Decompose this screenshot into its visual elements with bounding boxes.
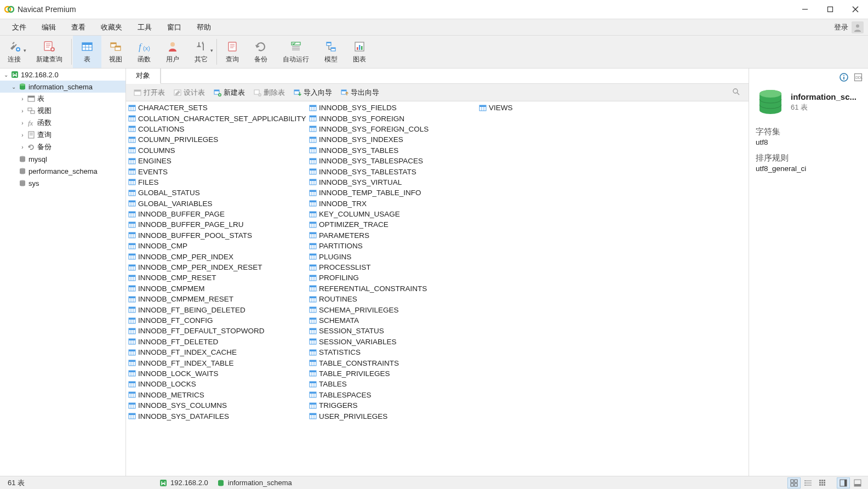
table-item[interactable]: INNODB_TRX — [309, 198, 479, 209]
menu-help[interactable]: 帮助 — [189, 22, 219, 32]
table-item[interactable]: INNODB_SYS_INDEXES — [309, 134, 479, 145]
table-item[interactable]: INNODB_FT_BEING_DELETED — [128, 304, 309, 315]
tree-database-information-schema[interactable]: ⌄ information_schema — [0, 81, 125, 93]
table-item[interactable]: TABLE_CONSTRAINTS — [309, 357, 479, 368]
table-item[interactable]: SCHEMA_PRIVILEGES — [309, 304, 479, 315]
table-item[interactable]: INNODB_TEMP_TABLE_INFO — [309, 187, 479, 198]
table-item[interactable]: PLUGINS — [309, 251, 479, 261]
show-right-panel-button[interactable] — [837, 477, 850, 488]
minimize-button[interactable] — [792, 0, 818, 19]
table-item[interactable]: PROFILING — [309, 272, 479, 283]
connection-tree[interactable]: ⌄ 192.168.2.0 ⌄ information_schema › 表 ›… — [0, 69, 126, 476]
info-button[interactable] — [840, 73, 848, 82]
tree-backups[interactable]: › 备份 — [0, 141, 125, 153]
show-bottom-panel-button[interactable] — [851, 477, 864, 488]
table-item[interactable]: COLUMNS — [128, 145, 309, 156]
table-item[interactable]: GLOBAL_STATUS — [128, 187, 309, 198]
table-item[interactable]: TABLE_PRIVILEGES — [309, 368, 479, 379]
menu-tools[interactable]: 工具 — [130, 22, 159, 32]
tree-functions[interactable]: › fx 函数 — [0, 117, 125, 129]
table-item[interactable]: INNODB_SYS_DATAFILES — [128, 411, 309, 421]
open-table-button[interactable]: 打开表 — [129, 88, 169, 98]
table-item[interactable]: INNODB_SYS_COLUMNS — [128, 400, 309, 411]
table-item[interactable]: INNODB_SYS_FOREIGN_COLS — [309, 124, 479, 134]
chevron-right-icon[interactable]: › — [19, 120, 26, 126]
toolbar-user-button[interactable]: 用户 — [158, 36, 187, 68]
table-list[interactable]: CHARACTER_SETSCOLLATION_CHARACTER_SET_AP… — [126, 101, 749, 476]
table-item[interactable]: INNODB_FT_DEFAULT_STOPWORD — [128, 326, 309, 336]
design-table-button[interactable]: 设计表 — [169, 88, 209, 98]
table-item[interactable]: KEY_COLUMN_USAGE — [309, 209, 479, 219]
table-item[interactable]: INNODB_FT_DELETED — [128, 337, 309, 347]
table-item[interactable]: SESSION_STATUS — [309, 326, 479, 336]
tree-connection[interactable]: ⌄ 192.168.2.0 — [0, 69, 125, 81]
table-item[interactable]: PROCESSLIST — [309, 262, 479, 272]
menu-file[interactable]: 文件 — [4, 22, 34, 32]
table-item[interactable]: INNODB_FT_CONFIG — [128, 315, 309, 326]
table-item[interactable]: INNODB_LOCK_WAITS — [128, 368, 309, 379]
table-item[interactable]: INNODB_SYS_TABLESPACES — [309, 156, 479, 166]
delete-table-button[interactable]: 删除表 — [249, 88, 289, 98]
avatar-icon[interactable] — [852, 21, 864, 33]
chevron-right-icon[interactable]: › — [19, 132, 26, 138]
table-item[interactable]: COLUMN_PRIVILEGES — [128, 134, 309, 145]
chevron-down-icon[interactable]: ⌄ — [2, 72, 10, 78]
close-button[interactable] — [843, 0, 868, 19]
tree-database-performance-schema[interactable]: performance_schema — [0, 165, 125, 177]
chevron-right-icon[interactable]: › — [19, 96, 26, 102]
new-table-button[interactable]: 新建表 — [209, 88, 249, 98]
table-item[interactable]: INNODB_FT_INDEX_TABLE — [128, 357, 309, 368]
table-item[interactable]: FILES — [128, 177, 309, 187]
toolbar-table-button[interactable]: 表 — [73, 36, 101, 68]
table-item[interactable]: OPTIMIZER_TRACE — [309, 219, 479, 230]
login-link[interactable]: 登录 — [834, 22, 848, 32]
table-item[interactable]: REFERENTIAL_CONSTRAINTS — [309, 283, 479, 294]
menu-view[interactable]: 查看 — [64, 22, 93, 32]
table-item[interactable]: PARAMETERS — [309, 230, 479, 241]
table-item[interactable]: TRIGGERS — [309, 400, 479, 411]
toolbar-chart-button[interactable]: 图表 — [345, 36, 374, 68]
search-button[interactable] — [727, 88, 745, 97]
table-item[interactable]: USER_PRIVILEGES — [309, 411, 479, 421]
menu-edit[interactable]: 编辑 — [34, 22, 64, 32]
tab-objects[interactable]: 对象 — [126, 69, 161, 84]
table-item[interactable]: TABLESPACES — [309, 390, 479, 400]
chevron-right-icon[interactable]: › — [19, 108, 26, 114]
table-item[interactable]: INNODB_CMP_RESET — [128, 272, 309, 283]
table-item[interactable]: INNODB_CMP_PER_INDEX — [128, 251, 309, 261]
tree-database-sys[interactable]: sys — [0, 177, 125, 189]
toolbar-autorun-button[interactable]: 自动运行 — [275, 36, 317, 68]
table-item[interactable]: PARTITIONS — [309, 241, 479, 251]
table-item[interactable]: INNODB_SYS_TABLESTATS — [309, 166, 479, 177]
table-item[interactable]: EVENTS — [128, 166, 309, 177]
table-item[interactable]: SCHEMATA — [309, 315, 479, 326]
chevron-right-icon[interactable]: › — [19, 144, 26, 150]
table-item[interactable]: VIEWS — [479, 103, 616, 113]
table-item[interactable]: INNODB_CMP_PER_INDEX_RESET — [128, 262, 309, 272]
table-item[interactable]: INNODB_SYS_FOREIGN — [309, 113, 479, 123]
table-item[interactable]: STATISTICS — [309, 347, 479, 357]
toolbar-newquery-button[interactable]: 新建查询 — [28, 36, 70, 68]
menu-favorites[interactable]: 收藏夹 — [93, 22, 130, 32]
view-details-button[interactable] — [816, 477, 829, 488]
table-item[interactable]: INNODB_SYS_VIRTUAL — [309, 177, 479, 187]
tree-database-mysql[interactable]: mysql — [0, 153, 125, 165]
table-item[interactable]: INNODB_BUFFER_POOL_STATS — [128, 230, 309, 241]
table-item[interactable]: COLLATIONS — [128, 124, 309, 134]
table-item[interactable]: ENGINES — [128, 156, 309, 166]
tree-queries[interactable]: › 查询 — [0, 129, 125, 141]
table-item[interactable]: GLOBAL_VARIABLES — [128, 198, 309, 209]
table-item[interactable]: INNODB_CMP — [128, 241, 309, 251]
toolbar-model-button[interactable]: 模型 — [317, 36, 345, 68]
menu-window[interactable]: 窗口 — [159, 22, 189, 32]
view-list-button[interactable] — [802, 477, 815, 488]
table-item[interactable]: SESSION_VARIABLES — [309, 337, 479, 347]
ddl-button[interactable]: DDL — [854, 73, 863, 82]
table-item[interactable]: INNODB_BUFFER_PAGE — [128, 209, 309, 219]
toolbar-query-button[interactable]: 查询 — [218, 36, 247, 68]
table-item[interactable]: INNODB_BUFFER_PAGE_LRU — [128, 219, 309, 230]
table-item[interactable]: COLLATION_CHARACTER_SET_APPLICABILITY — [128, 113, 309, 123]
table-item[interactable]: INNODB_CMPMEM — [128, 283, 309, 294]
table-item[interactable]: INNODB_LOCKS — [128, 379, 309, 389]
table-item[interactable]: ROUTINES — [309, 294, 479, 304]
